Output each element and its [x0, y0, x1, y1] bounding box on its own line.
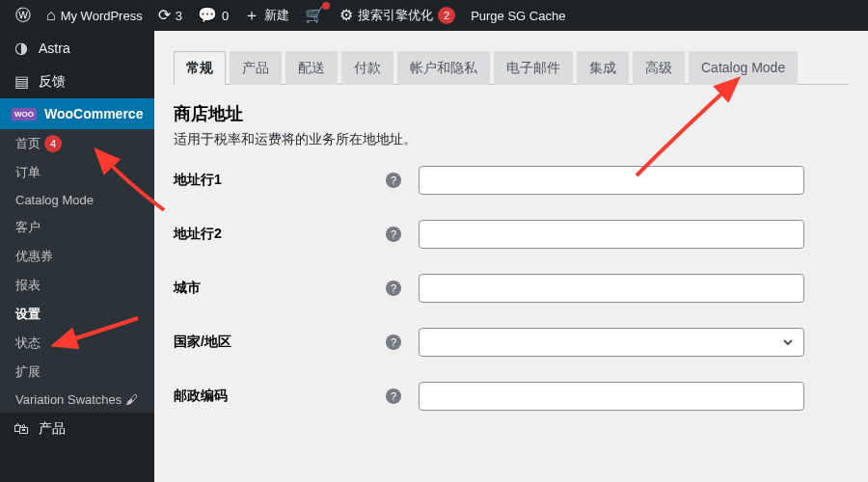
sidebar-sub-extensions[interactable]: 扩展 [0, 358, 154, 387]
sidebar-item-astra[interactable]: ◑Astra [0, 31, 154, 65]
label-address2: 地址行2 [174, 226, 386, 243]
cart-link[interactable]: 🛒 [297, 0, 332, 31]
label-city: 城市 [174, 280, 386, 297]
seo-label: 搜索引擎优化 [358, 7, 433, 24]
products-icon: 🛍 [12, 420, 31, 438]
sidebar-sub-catalog-mode[interactable]: Catalog Mode [0, 187, 154, 213]
row-city: 城市 ? [174, 274, 849, 303]
home-icon: ⌂ [46, 8, 56, 23]
input-address1[interactable] [419, 166, 804, 195]
section-title: 商店地址 [174, 102, 849, 125]
label-postcode: 邮政编码 [174, 388, 386, 405]
label-country: 国家/地区 [174, 334, 386, 351]
section-description: 适用于税率和运费将的业务所在地地址。 [174, 131, 849, 148]
tab-catalog-mode[interactable]: Catalog Mode [689, 51, 798, 85]
sidebar-item-products[interactable]: 🛍产品 [0, 413, 154, 445]
new-content-link[interactable]: ＋新建 [236, 0, 297, 31]
settings-tabs: 常规 产品 配送 付款 帐户和隐私 电子邮件 集成 高级 Catalog Mod… [174, 50, 849, 85]
sidebar-item-feedback[interactable]: ▤反馈 [0, 65, 154, 98]
home-badge: 4 [44, 135, 62, 152]
help-icon[interactable]: ? [386, 335, 401, 350]
comments-count: 0 [222, 9, 229, 23]
new-label: 新建 [264, 7, 289, 24]
label-address1: 地址行1 [174, 172, 386, 189]
main-content: 常规 产品 配送 付款 帐户和隐私 电子邮件 集成 高级 Catalog Mod… [154, 31, 868, 482]
input-city[interactable] [419, 274, 804, 303]
purge-label: Purge SG Cache [471, 9, 565, 23]
row-postcode: 邮政编码 ? [174, 382, 849, 411]
help-icon[interactable]: ? [386, 388, 401, 404]
sidebar-sub-reports[interactable]: 报表 [0, 271, 154, 300]
comments-link[interactable]: 💬0 [190, 0, 236, 31]
wordpress-icon: ⓦ [15, 8, 31, 23]
sidebar-item-woocommerce[interactable]: WOOWooCommerce [0, 98, 154, 129]
seo-badge: 2 [438, 7, 455, 24]
feedback-icon: ▤ [12, 72, 31, 91]
tab-products[interactable]: 产品 [230, 51, 282, 85]
sidebar-sub-orders[interactable]: 订单 [0, 158, 154, 187]
tab-shipping[interactable]: 配送 [285, 51, 338, 85]
comment-icon: 💬 [198, 8, 217, 23]
sidebar-sub-status[interactable]: 状态 [0, 329, 154, 358]
admin-toolbar: ⓦ ⌂My WordPress ⟳3 💬0 ＋新建 🛒 ⚙搜索引擎优化2 Pur… [0, 0, 868, 31]
row-country: 国家/地区 ? [174, 328, 849, 357]
seo-link[interactable]: ⚙搜索引擎优化2 [332, 0, 463, 31]
select-country[interactable] [419, 328, 804, 357]
site-name-label: My WordPress [61, 9, 143, 23]
tab-payments[interactable]: 付款 [341, 51, 393, 85]
admin-sidebar: ◑Astra ▤反馈 WOOWooCommerce 首页4 订单 Catalog… [0, 31, 154, 482]
help-icon[interactable]: ? [386, 281, 401, 296]
sidebar-sub-coupons[interactable]: 优惠券 [0, 242, 154, 271]
sidebar-sub-customers[interactable]: 客户 [0, 213, 154, 242]
cart-icon: 🛒 [305, 8, 324, 23]
sidebar-sub-variation-swatches[interactable]: Variation Swatches🖌 [0, 387, 154, 413]
astra-icon: ◑ [12, 39, 31, 57]
help-icon[interactable]: ? [386, 227, 401, 242]
sidebar-sub-settings[interactable]: 设置 [0, 300, 154, 329]
gear-icon: ⚙ [339, 8, 353, 23]
cart-dot [322, 2, 330, 10]
tab-emails[interactable]: 电子邮件 [494, 51, 573, 85]
help-icon[interactable]: ? [386, 173, 401, 188]
input-postcode[interactable] [419, 382, 804, 411]
sidebar-sub-home[interactable]: 首页4 [0, 129, 154, 158]
updates-link[interactable]: ⟳3 [150, 0, 190, 31]
tab-advanced[interactable]: 高级 [633, 51, 685, 85]
brush-icon: 🖌 [125, 392, 138, 407]
updates-count: 3 [176, 9, 182, 23]
site-name-link[interactable]: ⌂My WordPress [39, 0, 150, 31]
plus-icon: ＋ [244, 8, 259, 23]
input-address2[interactable] [419, 220, 804, 249]
refresh-icon: ⟳ [158, 8, 171, 23]
woocommerce-icon: WOO [12, 108, 37, 120]
wp-logo[interactable]: ⓦ [8, 0, 39, 31]
tab-general[interactable]: 常规 [174, 51, 226, 85]
row-address2: 地址行2 ? [174, 220, 849, 249]
tab-integration[interactable]: 集成 [577, 51, 629, 85]
row-address1: 地址行1 ? [174, 166, 849, 195]
tab-accounts[interactable]: 帐户和隐私 [397, 51, 490, 85]
purge-cache-link[interactable]: Purge SG Cache [463, 0, 573, 31]
